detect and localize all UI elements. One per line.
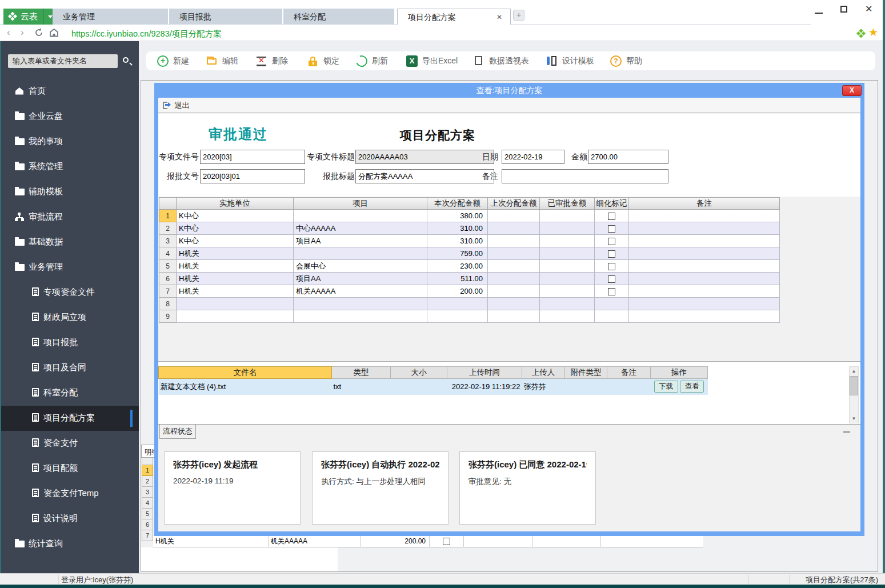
search-icon[interactable] xyxy=(122,57,133,67)
url-text[interactable]: https://cc.iyunbiao.cn/9283/项目分配方案 xyxy=(71,29,222,39)
back-button[interactable]: ‹ xyxy=(7,27,10,38)
sidebar-item-dept-allocation[interactable]: 科室分配 xyxy=(1,381,139,406)
checkbox[interactable] xyxy=(443,538,450,545)
table-row[interactable]: 3 K中心项目AA 310.00 xyxy=(159,235,780,247)
search-input[interactable]: 输入表单或者文件夹名 xyxy=(8,54,118,68)
file-no-input[interactable]: 2020[03] xyxy=(200,150,305,164)
checkbox[interactable] xyxy=(608,238,615,245)
file-title-input[interactable]: 2020AAAAA03 xyxy=(355,150,494,164)
scroll-down-icon[interactable]: ▼ xyxy=(850,414,858,423)
sidebar-item-project-quota[interactable]: 项目配额 xyxy=(1,456,139,481)
folder-icon xyxy=(15,239,25,246)
tab-xiangmubaopi[interactable]: 项目报批 xyxy=(169,9,282,25)
attachment-section: 文件名 类型 大小 上传时间 上传人 附件类型 备注 操作 新建文本文档 (4)… xyxy=(158,361,860,424)
collapse-icon[interactable] xyxy=(843,431,850,433)
table-row[interactable]: 5 H机关会展中心 230.00 xyxy=(159,260,780,273)
favorite-star-icon[interactable]: ★ xyxy=(868,26,878,39)
bg-row-number[interactable]: 2 xyxy=(142,476,153,487)
bg-row-header xyxy=(142,458,153,465)
sidebar-item-my-matters[interactable]: 我的事项 xyxy=(1,129,139,154)
amount-input[interactable]: 2700.00 xyxy=(588,150,668,164)
table-row[interactable]: 2 K中心中心AAAAA 310.00 xyxy=(159,222,780,235)
scroll-thumb[interactable] xyxy=(850,376,858,395)
site-logo-icon[interactable] xyxy=(856,29,866,41)
table-row[interactable]: 8 xyxy=(159,298,780,310)
attachment-scrollbar[interactable]: ▲ ▼ xyxy=(849,366,859,423)
refresh-button[interactable]: 刷新 xyxy=(356,51,388,70)
dialog-title: 查看:项目分配方案 xyxy=(154,83,864,98)
checkbox[interactable] xyxy=(608,263,615,270)
table-row[interactable]: 6 H机关项目AA 511.00 xyxy=(159,273,780,285)
folder-icon xyxy=(15,264,25,271)
dialog-close-button[interactable]: X xyxy=(842,85,862,96)
sidebar-item-business-mgmt[interactable]: 业务管理 xyxy=(1,255,139,280)
folder-icon xyxy=(15,189,25,195)
sidebar-item-cloud-disk[interactable]: 企业云盘 xyxy=(1,104,139,129)
bg-row-number[interactable]: 1 xyxy=(142,465,153,476)
edit-button[interactable]: 编辑 xyxy=(206,51,238,70)
sidebar-item-design-notes[interactable]: 设计说明 xyxy=(1,506,139,531)
bg-row-number[interactable]: 4 xyxy=(142,498,153,509)
sidebar-item-home[interactable]: 首页 xyxy=(1,79,139,104)
sidebar-item-fund-payment[interactable]: 资金支付 xyxy=(1,431,139,456)
checkbox[interactable] xyxy=(608,213,615,220)
sidebar-item-aux-template[interactable]: 辅助模板 xyxy=(1,179,139,205)
design-template-button[interactable]: 设计模板 xyxy=(546,51,594,70)
sidebar-item-fund-payment-temp[interactable]: 资金支付Temp xyxy=(1,481,139,506)
table-row[interactable]: 7 H机关机关AAAAA 200.00 xyxy=(159,285,780,298)
new-button[interactable]: +新建 xyxy=(157,51,189,70)
sidebar-item-finance-bureau[interactable]: 财政局立项 xyxy=(1,305,139,330)
exit-button[interactable]: 退出 xyxy=(163,101,190,111)
sidebar-item-base-data[interactable]: 基础数据 xyxy=(1,230,139,255)
lock-icon xyxy=(307,55,319,67)
bg-row-number[interactable]: 6 xyxy=(142,519,153,530)
window-minimize-button[interactable] xyxy=(815,13,823,14)
bg-table-row[interactable]: H机关 机关AAAAA 200.00 xyxy=(153,536,703,547)
pivot-table-button[interactable]: 数据透视表 xyxy=(473,51,529,70)
remark-input[interactable] xyxy=(502,169,668,183)
doc-icon xyxy=(32,514,39,522)
view-button[interactable]: 查看 xyxy=(680,381,704,393)
sidebar-item-special-funds-file[interactable]: 专项资金文件 xyxy=(1,280,139,305)
download-button[interactable]: 下载 xyxy=(654,381,678,393)
refresh-icon[interactable] xyxy=(34,28,43,40)
sidebar-item-approval-flow[interactable]: 审批流程 xyxy=(1,205,139,230)
lock-button[interactable]: 锁定 xyxy=(307,51,339,70)
export-excel-button[interactable]: X导出Excel xyxy=(406,51,458,70)
sidebar-item-project-approval[interactable]: 项目报批 xyxy=(1,330,139,355)
forward-button[interactable]: › xyxy=(21,27,24,38)
date-input[interactable]: 2022-02-19 xyxy=(502,150,564,164)
tab-keshifenpei[interactable]: 科室分配 xyxy=(283,9,394,25)
tab-close-icon[interactable]: ✕ xyxy=(496,9,502,25)
table-row[interactable]: 1 K中心 380.00 xyxy=(159,210,780,222)
sidebar-item-statistics-query[interactable]: 统计查询 xyxy=(1,531,139,557)
checkbox[interactable] xyxy=(608,250,615,258)
checkbox[interactable] xyxy=(608,275,615,283)
bg-row-number[interactable]: 3 xyxy=(142,487,153,498)
scroll-up-icon[interactable]: ▲ xyxy=(850,367,858,375)
browser-header: 云表 业务管理 项目报批 科室分配 项目分配方案 ✕ + ✕ ‹ › https… xyxy=(0,0,885,41)
bg-row-number-7[interactable]: 7 xyxy=(142,530,153,541)
window-maximize-button[interactable] xyxy=(840,6,847,13)
tab-active-xiangmufenpeifangan[interactable]: 项目分配方案 ✕ xyxy=(397,9,511,25)
sidebar-item-project-allocation-plan[interactable]: 项目分配方案 xyxy=(1,406,139,431)
checkbox[interactable] xyxy=(608,225,615,233)
table-row[interactable]: 9 xyxy=(159,310,780,323)
sidebar-item-system-mgmt[interactable]: 系统管理 xyxy=(1,154,139,179)
sidebar-item-project-contract[interactable]: 项目及合同 xyxy=(1,355,139,381)
window-close-button[interactable]: ✕ xyxy=(865,3,872,14)
approval-no-input[interactable]: 2020[03]01 xyxy=(200,169,305,183)
home-icon[interactable] xyxy=(49,28,59,40)
checkbox[interactable] xyxy=(608,288,615,295)
table-row[interactable]: 4 H机关 759.00 xyxy=(159,247,780,260)
help-button[interactable]: ?帮助 xyxy=(610,51,642,70)
attachment-row[interactable]: 新建文本文档 (4).txt txt 2022-02-19 11:19:22 张… xyxy=(159,379,708,395)
approval-title-input[interactable]: 分配方案AAAAA xyxy=(355,169,494,183)
tab-yewuguanli[interactable]: 业务管理 xyxy=(53,9,168,25)
table-header-row: 实施单位 项目 本次分配金额 上次分配金额 已审批金额 细化标记 备注 xyxy=(159,198,780,210)
flow-status-tab[interactable]: 流程状态 xyxy=(159,425,196,439)
bg-row-number[interactable]: 5 xyxy=(142,509,153,519)
app-logo-button[interactable]: 云表 xyxy=(3,9,56,25)
delete-button[interactable]: ✕删除 xyxy=(256,51,288,70)
new-tab-button[interactable]: + xyxy=(513,10,524,21)
